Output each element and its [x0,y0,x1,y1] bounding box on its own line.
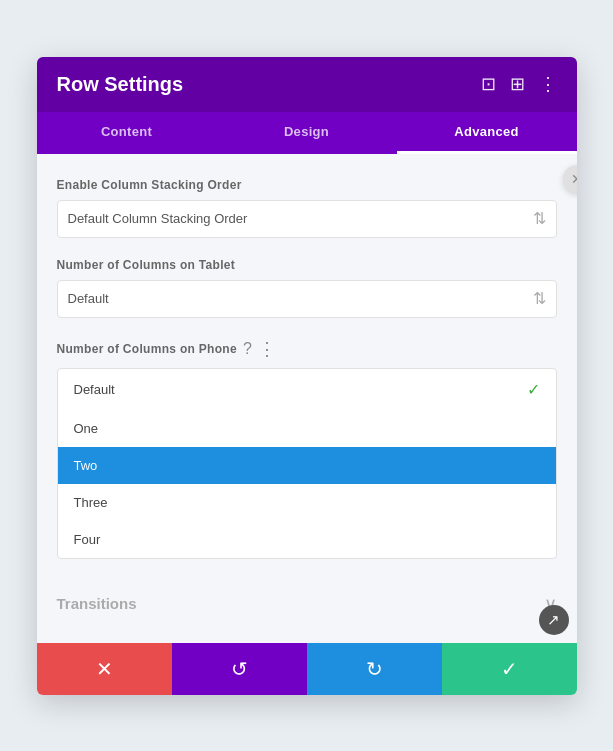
redo-button[interactable]: ↻ [307,643,442,695]
columns-phone-label-row: Number of Columns on Phone ? ⋮ [57,338,557,360]
columns-tablet-label: Number of Columns on Tablet [57,258,557,272]
panel-wrapper: Row Settings ⊡ ⊞ ⋮ Content Design Advanc… [37,57,577,695]
column-stacking-select[interactable]: Default Column Stacking Order Stacked Un… [68,211,533,226]
columns-phone-section: Number of Columns on Phone ? ⋮ Default ✓… [57,338,557,559]
columns-phone-help-icon[interactable]: ? [243,340,252,358]
tab-design[interactable]: Design [217,112,397,154]
dropdown-item-one[interactable]: One [58,410,556,447]
checkmark-icon: ✓ [527,380,540,399]
dropdown-item-two[interactable]: Two [58,447,556,484]
undo-button[interactable]: ↺ [172,643,307,695]
transitions-section[interactable]: Transitions ∨ [57,579,557,623]
fullscreen-icon[interactable]: ⊡ [481,73,496,95]
columns-phone-more-icon[interactable]: ⋮ [258,338,276,360]
tool-corner-button[interactable]: ↗ [539,605,569,635]
columns-phone-dropdown: Default ✓ One Two Three Four [57,368,557,559]
dropdown-item-default[interactable]: Default ✓ [58,369,556,410]
close-edge-icon: ✕ [571,171,577,187]
panel-header: Row Settings ⊡ ⊞ ⋮ [37,57,577,112]
column-stacking-label: Enable Column Stacking Order [57,178,557,192]
tool-corner-icon: ↗ [547,611,560,629]
panel-footer: ✕ ↺ ↻ ✓ [37,643,577,695]
panel-body: Enable Column Stacking Order Default Col… [37,154,577,643]
dropdown-item-four[interactable]: Four [58,521,556,558]
save-button[interactable]: ✓ [442,643,577,695]
tab-content[interactable]: Content [37,112,217,154]
layout-icon[interactable]: ⊞ [510,73,525,95]
tab-advanced[interactable]: Advanced [397,112,577,154]
header-icons: ⊡ ⊞ ⋮ [481,73,557,95]
columns-tablet-select-row: Default One Two Three Four ⇅ [57,280,557,318]
panel-title: Row Settings [57,73,184,96]
transitions-label: Transitions [57,595,137,612]
column-stacking-arrow-icon: ⇅ [533,209,546,228]
cancel-button[interactable]: ✕ [37,643,172,695]
tabs-bar: Content Design Advanced [37,112,577,154]
columns-tablet-arrow-icon: ⇅ [533,289,546,308]
columns-phone-label: Number of Columns on Phone [57,342,237,356]
dropdown-item-three[interactable]: Three [58,484,556,521]
column-stacking-select-row: Default Column Stacking Order Stacked Un… [57,200,557,238]
columns-tablet-select[interactable]: Default One Two Three Four [68,291,533,306]
more-menu-icon[interactable]: ⋮ [539,73,557,95]
